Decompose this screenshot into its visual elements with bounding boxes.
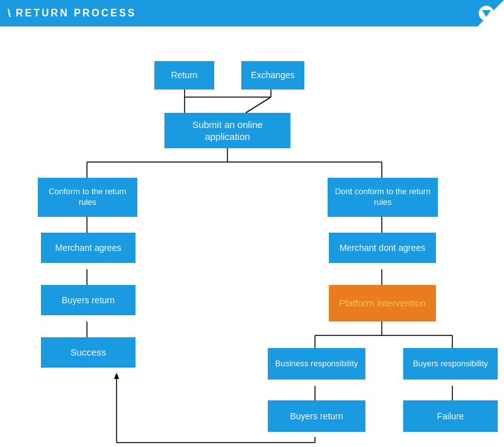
- header: \ RETURN PROCESS: [0, 0, 504, 26]
- return-box: Return: [154, 61, 214, 90]
- filter-icon[interactable]: [478, 4, 495, 22]
- submit-box: Submit an online application: [164, 113, 290, 148]
- triangle-icon: [482, 10, 491, 17]
- diagram-area: Return Exchanges Submit an online applic…: [0, 26, 504, 447]
- header-slash: \: [8, 7, 11, 20]
- svg-marker-24: [114, 373, 119, 379]
- failure-box: Failure: [403, 400, 498, 432]
- svg-line-1: [246, 97, 271, 113]
- header-title: RETURN PROCESS: [16, 8, 136, 19]
- buyers-return-left-box: Buyers return: [41, 285, 135, 315]
- success-box: Success: [41, 337, 135, 368]
- dont-conform-box: Dont conform to the return rules: [328, 178, 438, 217]
- business-resp-box: Business responsibility: [268, 348, 365, 380]
- merchant-agrees-box: Merchant agrees: [41, 233, 135, 263]
- conform-box: Conform to the return rules: [38, 178, 137, 217]
- buyers-resp-box: Buyers responsibility: [403, 348, 498, 380]
- buyers-return-right-box: Buyers return: [268, 400, 365, 432]
- platform-box: Platform intervention: [329, 285, 436, 322]
- exchanges-box: Exchanges: [241, 61, 304, 90]
- merchant-dont-box: Merchant dont agrees: [329, 233, 436, 263]
